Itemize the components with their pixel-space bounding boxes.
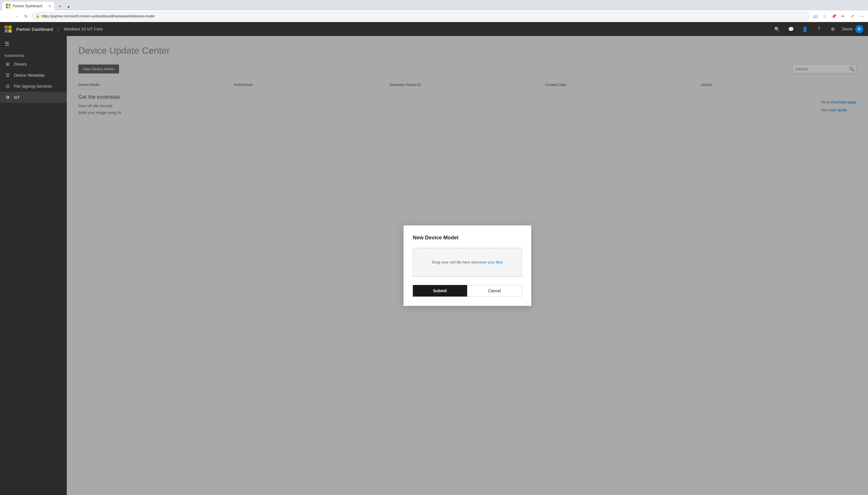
sidebar-item-label-signing: File Signing Services [14, 84, 52, 89]
modal-buttons: Submit Cancel [413, 285, 522, 296]
drivers-icon: ⊞ [5, 62, 11, 67]
browser-toolbar: ← → ↻ 🔒 https://partner.microsoft.com/en… [0, 11, 868, 22]
nav-divider: | [58, 26, 59, 32]
back-button[interactable]: ← [2, 12, 11, 20]
modal-title: New Device Model [413, 235, 522, 241]
ms-logo-blue [5, 29, 8, 33]
iot-icon: ⚙ [5, 95, 11, 100]
forward-button[interactable]: → [12, 12, 20, 20]
help-icon[interactable]: ? [814, 24, 823, 34]
search-icon[interactable]: 🔍 [773, 24, 782, 34]
close-tab-button[interactable]: ✕ [49, 4, 51, 8]
tab-title: Partner Dashboard [13, 4, 42, 8]
share-button[interactable]: ↗ [848, 12, 856, 20]
tab-favicon [6, 4, 11, 8]
user-name: Demo [842, 27, 853, 31]
favorites-button[interactable]: ☆ [820, 12, 829, 20]
user-menu[interactable]: Demo D [842, 25, 863, 33]
device-metadata-icon: ☰ [5, 73, 11, 78]
sidebar-item-drivers[interactable]: ⊞ Drivers [0, 59, 67, 70]
top-nav: Partner Dashboard | Windows 10 IoT Core … [0, 22, 868, 36]
ms-logo-yellow [8, 29, 12, 33]
sidebar-item-device-metadata[interactable]: ☰ Device Metadata [0, 70, 67, 81]
address-bar[interactable]: 🔒 https://partner.microsoft.com/en-us/da… [32, 12, 809, 20]
active-tab[interactable]: Partner Dashboard ✕ [2, 2, 55, 11]
browser-tab-bar: Partner Dashboard ✕ + ▾ [0, 0, 868, 11]
svg-rect-0 [6, 4, 8, 6]
hamburger-button[interactable]: ☰ [0, 38, 67, 49]
ms-logo-red [5, 25, 8, 29]
browser-chrome: Partner Dashboard ✕ + ▾ ← → ↻ 🔒 https://… [0, 0, 868, 22]
app-title: Partner Dashboard [16, 27, 53, 32]
sidebar-item-iot[interactable]: ⚙ IoT [0, 92, 67, 103]
user-avatar: D [855, 25, 863, 33]
address-bar-url: https://partner.microsoft.com/en-us/dash… [41, 14, 155, 18]
tab-dropdown-button[interactable]: ▾ [65, 3, 72, 11]
ms-logo [5, 25, 12, 33]
ssl-lock-icon: 🔒 [36, 14, 40, 18]
main-content: ☰ HARDWARE ⊞ Drivers ☰ Device Metadata ⊡… [0, 36, 868, 495]
reading-mode-button[interactable]: 📖 [811, 12, 819, 20]
settings-icon[interactable]: ⚙ [828, 24, 837, 34]
new-tab-button[interactable]: + [56, 2, 64, 11]
svg-rect-3 [8, 6, 11, 8]
file-drop-zone[interactable]: Drag your xml file here or browse your f… [413, 248, 522, 277]
toolbar-actions: 📖 ☆ 📌 ✏ ↗ ⋯ [811, 12, 866, 20]
svg-rect-2 [6, 6, 8, 8]
cancel-button[interactable]: Cancel [467, 285, 522, 296]
browse-files-link[interactable]: browse your files [474, 260, 503, 264]
svg-rect-1 [8, 4, 11, 6]
drop-zone-text: Drag your xml file here or [432, 260, 474, 264]
app-container: Partner Dashboard | Windows 10 IoT Core … [0, 22, 868, 495]
people-icon[interactable]: 👤 [800, 24, 810, 34]
sidebar-item-label-drivers: Drivers [14, 62, 27, 67]
sidebar-section-hardware: HARDWARE [0, 52, 67, 59]
ms-logo-green [8, 25, 12, 29]
pen-button[interactable]: ✏ [839, 12, 847, 20]
sidebar-item-label-iot: IoT [14, 95, 20, 100]
refresh-button[interactable]: ↻ [22, 12, 30, 20]
sidebar-item-file-signing[interactable]: ⊡ File Signing Services [0, 81, 67, 92]
more-button[interactable]: ⋯ [857, 12, 866, 20]
app-subtitle: Windows 10 IoT Core [64, 27, 103, 31]
collection-button[interactable]: 📌 [830, 12, 838, 20]
content-panel: Device Update Center New Device Model 🔍 … [67, 36, 868, 495]
file-signing-icon: ⊡ [5, 84, 11, 89]
modal-overlay: New Device Model Drag your xml file here… [67, 36, 868, 495]
chat-icon[interactable]: 💬 [786, 24, 796, 34]
modal-new-device-model: New Device Model Drag your xml file here… [404, 225, 531, 306]
sidebar-item-label-metadata: Device Metadata [14, 73, 45, 78]
submit-button[interactable]: Submit [413, 285, 467, 296]
sidebar: ☰ HARDWARE ⊞ Drivers ☰ Device Metadata ⊡… [0, 36, 67, 495]
